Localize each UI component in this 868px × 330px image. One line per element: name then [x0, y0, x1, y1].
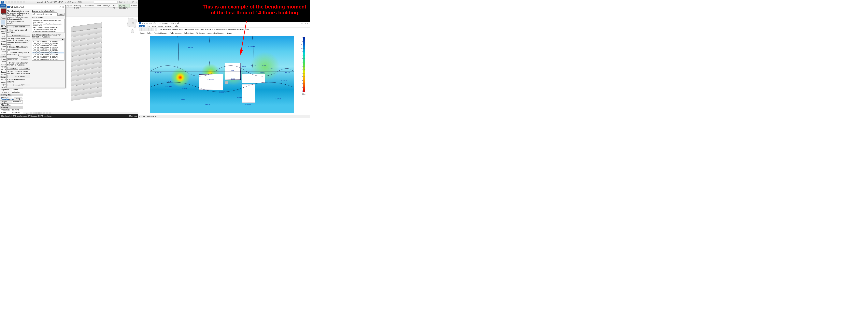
floor-list-item[interactable]: Floor_ID_359600\Floor_ID_359600 — [32, 54, 64, 55]
properties-help-link[interactable]: Properties help — [1, 98, 13, 100]
solve-on-gpu-checkbox[interactable] — [7, 51, 10, 53]
tb1-max-min[interactable]: Max/Min — [233, 28, 240, 30]
quick-access-toolbar[interactable] — [5, 1, 25, 3]
tb1-bc-legend[interactable]: BC Legend — [169, 28, 178, 30]
visual-style-icon[interactable] — [33, 112, 35, 114]
create-befiles-button[interactable]: Create BEFILES — [7, 34, 30, 37]
tb1-reactions[interactable]: Reactions — [186, 28, 194, 30]
opengl-viewer-button[interactable]: OpenGL Viewer — [7, 75, 30, 78]
plpost-button[interactable]: PLPost — [7, 67, 18, 70]
be4e-maximize-icon[interactable]: ▢ — [303, 22, 306, 24]
tb2-query[interactable]: Query — [139, 32, 146, 34]
log-textarea[interactable]: Structural components and loading have b… — [32, 19, 64, 33]
tb1-bcs[interactable]: BCs — [160, 28, 164, 30]
qat-sync-icon[interactable] — [23, 1, 25, 3]
qat-measure-icon[interactable] — [20, 1, 22, 3]
tb1-rec-contour[interactable]: Rec. Contour — [210, 28, 221, 30]
close-icon[interactable]: ✕ — [135, 1, 137, 3]
minimize-icon[interactable]: – — [129, 1, 130, 3]
floor-dropdown[interactable] — [32, 38, 64, 41]
tb2-solve[interactable]: Solve — [146, 32, 153, 34]
ribbon-tab-plpak-revit-link[interactable]: PLPAK-Revit Link — [118, 4, 130, 7]
tb2-paths-manager[interactable]: Paths Manager — [168, 32, 183, 34]
floor-list-item[interactable]: Floor_ID_359134\Floor_ID_359134 — [32, 48, 64, 50]
sunpath-icon[interactable] — [36, 112, 39, 114]
tb1-legend[interactable]: Legend — [204, 28, 210, 30]
zoom-icon[interactable] — [142, 28, 145, 31]
floor-list-item[interactable]: Floor_ID_359755\Floor_ID_359755 — [32, 55, 64, 57]
tb2-results-manager[interactable]: Results Manager — [153, 32, 168, 34]
tb2-beams[interactable]: Beams — [225, 32, 233, 34]
run-tbpak-button[interactable]: RunTBPAK — [7, 58, 18, 61]
pldesign-button[interactable]: PLDesign — [19, 67, 30, 70]
view-scale-label[interactable]: 1 : 100 — [24, 112, 29, 114]
ribbon-tab-file[interactable]: File — [0, 4, 6, 7]
tb1-lc[interactable]: LC — [158, 28, 160, 30]
viewcube-icon[interactable]: CUBE — [127, 18, 137, 28]
floor-list-item[interactable]: Floor_ID_359290\Floor_ID_359290 — [32, 50, 64, 52]
floor-list-item[interactable]: Floor_ID_360065\Floor_ID_360065 — [32, 59, 64, 61]
lc-icon[interactable] — [139, 28, 142, 31]
be4e-menu-file[interactable]: File — [139, 25, 145, 27]
be4e-menu-help[interactable]: Help — [174, 25, 178, 27]
crop-icon[interactable] — [46, 112, 48, 114]
property-value[interactable]: Adjusting — [12, 91, 23, 93]
dialog-minimize-icon[interactable]: – — [56, 6, 59, 8]
be4e-menu-action[interactable]: Action — [158, 25, 163, 27]
be4e-close-icon[interactable]: ✕ — [306, 22, 309, 24]
property-row[interactable]: PhaseNew Construction — [0, 111, 23, 114]
be4e-menu-view[interactable]: View — [147, 25, 150, 27]
property-row[interactable]: Camera PositionAdjusting — [0, 91, 23, 94]
search-input[interactable] — [94, 1, 118, 4]
be4e-menu-draw[interactable]: Draw — [152, 25, 156, 27]
qat-open-icon[interactable] — [5, 1, 7, 3]
floor-list-item[interactable]: Floor_ID_286333\Floor_ID_286333 — [32, 41, 64, 43]
floor-list-item[interactable]: Floor_ID_324841\Floor_ID_324841 — [32, 44, 64, 47]
ribbon-tab-collaborate[interactable]: Collaborate — [83, 4, 95, 7]
tb2-pl-controls[interactable]: PL Controls — [195, 32, 206, 34]
tb1-assemblies[interactable]: Assemblies — [194, 28, 204, 30]
hide-icon[interactable] — [49, 112, 51, 114]
floor-list-item[interactable]: Floor_ID_348013\Floor_ID_348013 — [32, 47, 64, 48]
shadows-icon[interactable] — [39, 112, 42, 114]
ribbon-tab-massing-site[interactable]: Massing & Site — [73, 4, 83, 7]
floor-list-item[interactable]: Floor_ID_317122\Floor_ID_317122 — [32, 43, 64, 44]
qat-redo-icon[interactable] — [14, 1, 16, 3]
property-value[interactable]: Show All — [12, 109, 23, 111]
signin-link[interactable]: Sign In — [119, 1, 125, 3]
dialog-close-icon[interactable]: ✕ — [62, 6, 64, 8]
navwheel-icon[interactable] — [131, 29, 134, 33]
floor-listbox[interactable]: Floor_ID_286333\Floor_ID_286333Floor_ID_… — [32, 41, 64, 61]
help-icon[interactable]: ? — [127, 1, 128, 3]
apply-button[interactable]: Apply — [14, 97, 22, 100]
floor-list-item[interactable]: Floor_ID_359910\Floor_ID_359910 — [32, 57, 64, 59]
ribbon-tab-modify[interactable]: Modify — [130, 4, 138, 7]
property-row[interactable]: Target Elevation-1.2500 — [0, 89, 23, 91]
maximize-icon[interactable]: ▢ — [132, 1, 134, 3]
building-model[interactable] — [66, 25, 106, 100]
qat-save-icon[interactable] — [8, 1, 10, 3]
qat-print-icon[interactable] — [17, 1, 19, 3]
fit-icon[interactable] — [148, 28, 151, 31]
view-type-icon[interactable] — [1, 20, 5, 25]
qat-undo-icon[interactable] — [11, 1, 13, 3]
tb2-assemblies-manager[interactable]: Assemblies Manager — [207, 32, 225, 34]
pan-icon[interactable] — [145, 28, 148, 31]
ribbon-tab-view[interactable]: View — [95, 4, 102, 7]
grid-icon[interactable] — [152, 28, 154, 31]
render-icon[interactable] — [42, 112, 45, 114]
tb1-draw-strip[interactable]: Draw Strip — [240, 28, 249, 30]
detail-level-icon[interactable] — [30, 112, 32, 114]
browse-button[interactable]: Browse — [57, 13, 64, 16]
property-value[interactable]: New Construction — [12, 111, 23, 114]
tb1-loads[interactable]: Loads — [164, 28, 169, 30]
bcs-icon[interactable] — [155, 28, 157, 31]
property-value[interactable] — [12, 104, 23, 106]
floor-list-item[interactable]: Floor_ID_359445\Floor_ID_359445 — [32, 52, 64, 54]
tb2-select-case[interactable]: Select Case — [183, 32, 195, 34]
contour-plot[interactable]: -1.5039-1.1447-0.430736-0.380738-1.0897-… — [150, 36, 294, 113]
ribbon-tab-manage[interactable]: Manage — [102, 4, 111, 7]
ribbon-tab-add-ins[interactable]: Add-Ins — [112, 4, 118, 7]
tab-project-browser[interactable]: Project Browser - EX5.rvt — [0, 100, 12, 103]
be4e-minimize-icon[interactable]: – — [301, 22, 303, 24]
